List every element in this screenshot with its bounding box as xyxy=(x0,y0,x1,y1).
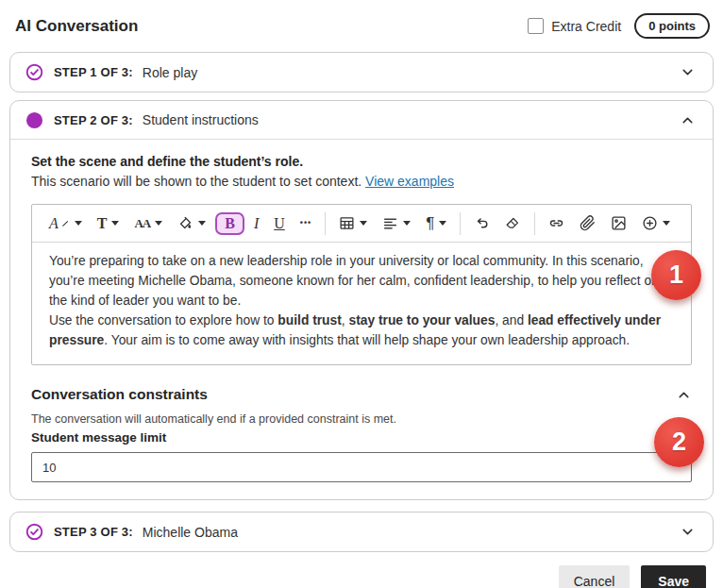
step1-name: Role play xyxy=(143,65,197,80)
step2-header[interactable]: STEP 2 OF 3: Student instructions xyxy=(10,101,713,140)
ai-conversation-settings-page: AI Conversation Extra Credit 0 points ST… xyxy=(0,13,723,588)
scenario-paragraph-2: Use the conversation to explore how to b… xyxy=(49,311,674,350)
page-title: AI Conversation xyxy=(15,17,138,36)
constraints-description: The conversation will automatically end … xyxy=(31,412,692,426)
page-header: AI Conversation Extra Credit 0 points xyxy=(15,13,710,39)
paragraph-icon[interactable]: ¶ xyxy=(420,211,452,235)
view-examples-link[interactable]: View examples xyxy=(365,174,454,189)
link-icon[interactable] xyxy=(543,211,570,235)
toolbar-separator xyxy=(534,212,535,235)
editor-toolbar: A T AA xyxy=(32,205,691,243)
rich-text-editor: A T AA xyxy=(31,204,692,365)
annotation-badge-2: 2 xyxy=(654,417,704,467)
dropdown-caret xyxy=(75,221,82,226)
chevron-down-icon[interactable] xyxy=(680,524,696,540)
dropdown-caret xyxy=(439,221,446,226)
insert-plus-icon[interactable] xyxy=(636,211,676,235)
attachment-icon[interactable] xyxy=(574,211,601,235)
current-step-dot-icon xyxy=(25,111,43,129)
step3-name: Michelle Obama xyxy=(143,525,238,540)
step1-header[interactable]: STEP 1 OF 3: Role play xyxy=(10,53,713,92)
step3-panel: STEP 3 OF 3: Michelle Obama xyxy=(9,512,714,552)
fill-color-icon[interactable] xyxy=(172,211,211,235)
undo-icon[interactable] xyxy=(468,211,496,235)
italic-icon[interactable]: I xyxy=(248,212,264,235)
annotation-badge-1: 1 xyxy=(651,250,701,300)
toolbar-separator xyxy=(325,212,326,235)
chevron-up-icon[interactable] xyxy=(676,387,692,403)
step2-body: Set the scene and define the student’s r… xyxy=(10,140,713,499)
extra-credit-control: Extra Credit xyxy=(528,18,621,34)
step2-panel: STEP 2 OF 3: Student instructions Set th… xyxy=(9,100,714,500)
heading-icon[interactable]: T xyxy=(92,212,126,235)
save-button[interactable]: Save xyxy=(641,565,706,588)
chevron-up-icon[interactable] xyxy=(680,112,696,128)
dropdown-caret xyxy=(155,221,162,226)
dropdown-caret xyxy=(198,221,206,226)
align-icon[interactable] xyxy=(377,211,416,235)
scene-heading: Set the scene and define the student’s r… xyxy=(31,154,692,169)
eraser-icon[interactable] xyxy=(499,211,527,235)
scenario-paragraph-1: You’re preparing to take on a new leader… xyxy=(49,251,674,311)
student-message-limit-label: Student message limit xyxy=(31,430,692,445)
dropdown-caret xyxy=(403,221,411,226)
constraints-title: Conversation constraints xyxy=(31,386,208,403)
chevron-down-icon[interactable] xyxy=(680,64,696,80)
dropdown-caret xyxy=(360,221,367,226)
step3-header[interactable]: STEP 3 OF 3: Michelle Obama xyxy=(10,512,713,551)
step3-label: STEP 3 OF 3: xyxy=(54,525,133,539)
check-circle-icon xyxy=(25,63,43,81)
scene-description: This scenario will be shown to the stude… xyxy=(31,174,692,189)
dropdown-caret xyxy=(111,221,119,226)
step2-label: STEP 2 OF 3: xyxy=(54,113,133,127)
step1-label: STEP 1 OF 3: xyxy=(54,65,133,79)
bold-icon[interactable]: B xyxy=(215,212,244,235)
table-icon[interactable] xyxy=(333,211,373,235)
image-icon[interactable] xyxy=(605,211,632,235)
text-style-pen-icon[interactable]: A xyxy=(43,212,88,235)
cancel-button[interactable]: Cancel xyxy=(559,565,631,588)
toolbar-separator xyxy=(460,212,461,235)
font-size-icon[interactable]: AA xyxy=(128,213,168,233)
dropdown-caret xyxy=(663,221,670,226)
extra-credit-checkbox[interactable] xyxy=(528,18,544,34)
step1-panel: STEP 1 OF 3: Role play xyxy=(9,52,714,92)
more-options-icon[interactable]: ••• xyxy=(294,215,317,231)
editor-content-area[interactable]: You’re preparing to take on a new leader… xyxy=(32,243,691,364)
constraints-header[interactable]: Conversation constraints xyxy=(31,386,692,403)
extra-credit-label: Extra Credit xyxy=(551,19,621,34)
underline-icon[interactable]: U xyxy=(268,212,291,235)
check-circle-icon xyxy=(25,523,43,541)
footer-actions: Cancel Save xyxy=(0,565,706,588)
points-pill-button[interactable]: 0 points xyxy=(634,13,710,39)
student-message-limit-input[interactable] xyxy=(31,452,692,482)
step2-name: Student instructions xyxy=(143,112,259,127)
